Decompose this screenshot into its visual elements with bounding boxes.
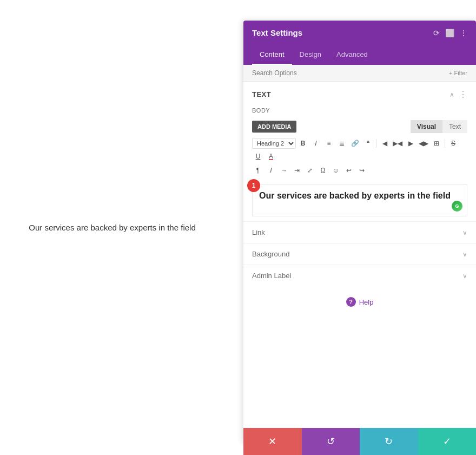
background-chevron-icon: ∨ [462,250,467,258]
admin-label-section[interactable]: Admin Label ∨ [243,265,476,286]
fullscreen-button[interactable]: ⤢ [304,164,316,176]
editor-toolbar: ADD MEDIA Visual Text [243,118,476,135]
section-actions: ∧ ⋮ [449,89,467,100]
section-collapse-icon[interactable]: ∧ [449,91,454,98]
text-section-header: Text ∧ ⋮ [243,82,476,105]
more-icon[interactable]: ⋮ [460,29,467,37]
italic2-button[interactable]: I [265,164,277,176]
help-row[interactable]: ? Help [243,286,476,318]
sync-icon[interactable]: ⟳ [433,29,440,37]
settings-panel: Text Settings ⟳ ⬜ ⋮ Content Design Advan… [243,21,476,443]
format-toolbar-row2: ¶ I → ⇥ ⤢ Ω ☺ ↩ ↪ [243,163,476,180]
emoji-button[interactable]: ☺ [330,164,342,176]
ordered-list-button[interactable]: ≣ [336,137,348,149]
paragraph-button[interactable]: ¶ [252,164,264,176]
bold-button[interactable]: B [297,137,309,149]
indent-button[interactable]: → [278,164,290,176]
cancel-button[interactable]: ✕ [243,428,302,455]
panel-tabs: Content Design Advanced [243,45,476,65]
unordered-list-button[interactable]: ≡ [323,137,335,149]
tab-design[interactable]: Design [292,45,329,65]
help-icon: ? [346,297,356,307]
help-text: Help [359,298,374,306]
align-right-button[interactable]: ▶ [405,137,416,149]
link-section[interactable]: Link ∨ [243,221,476,243]
blockquote-button[interactable]: ❝ [362,137,374,149]
search-input[interactable] [252,69,449,77]
page-body-text: Our services are backed by experts in th… [29,223,195,232]
align-center-button[interactable]: ▶◀ [392,137,404,149]
align-left-button[interactable]: ◀ [379,137,391,149]
grammarly-icon [452,201,462,212]
add-media-button[interactable]: ADD MEDIA [252,121,296,133]
action-bar: ✕ ↺ ↻ ✓ [243,428,476,455]
admin-label-chevron-icon: ∨ [462,272,467,280]
body-label: Body [243,105,476,118]
text-section: Text ∧ ⋮ Body ADD MEDIA Visual Text Hea [243,82,476,221]
save-button[interactable]: ✓ [418,428,477,455]
align-justify-button[interactable]: ◀▶ [418,137,429,149]
toolbar-separator [376,139,376,148]
admin-label-text: Admin Label [252,272,291,280]
view-toggle: Visual Text [411,120,467,133]
link-chevron-icon: ∨ [462,229,467,236]
editor-content-area[interactable]: 1 Our services are backed by experts in … [252,184,467,216]
background-section[interactable]: Background ∨ [243,243,476,265]
filter-button[interactable]: + Filter [449,70,467,76]
color-button[interactable]: A [265,150,277,162]
editor-text[interactable]: Our services are backed by experts in th… [259,191,460,201]
panel-body: Text ∧ ⋮ Body ADD MEDIA Visual Text Hea [243,82,476,443]
underline-button[interactable]: U [252,150,264,162]
panel-header-controls: ⟳ ⬜ ⋮ [433,29,467,37]
link-button[interactable]: 🔗 [349,137,361,149]
refresh-button[interactable]: ↻ [360,428,418,455]
redo-button[interactable]: ↪ [356,164,368,176]
heading-select[interactable]: Heading 2 [252,138,296,149]
format-toolbar-row1: Heading 2 B I ≡ ≣ 🔗 ❝ ◀ ▶◀ ▶ ◀▶ ⊞ S U A [243,135,476,163]
tab-advanced[interactable]: Advanced [329,45,375,65]
outdent-button[interactable]: ⇥ [291,164,303,176]
step-badge: 1 [247,179,260,192]
panel-title: Text Settings [252,28,302,37]
tab-content[interactable]: Content [252,45,292,65]
table-button[interactable]: ⊞ [431,137,442,149]
reset-button[interactable]: ↺ [302,428,360,455]
panel-header: Text Settings ⟳ ⬜ ⋮ [243,21,476,45]
expand-icon[interactable]: ⬜ [445,29,454,37]
text-section-title: Text [252,90,271,98]
toolbar-separator-2 [445,139,445,148]
page-canvas: Our services are backed by experts in th… [0,0,224,455]
strikethrough-button[interactable]: S [447,137,459,149]
italic-button[interactable]: I [310,137,322,149]
search-bar: + Filter [243,65,476,82]
text-view-button[interactable]: Text [442,120,467,133]
undo-button[interactable]: ↩ [343,164,355,176]
section-more-icon[interactable]: ⋮ [459,89,467,100]
visual-view-button[interactable]: Visual [411,120,442,133]
background-label: Background [252,250,289,258]
link-label: Link [252,228,265,236]
omega-button[interactable]: Ω [317,164,329,176]
